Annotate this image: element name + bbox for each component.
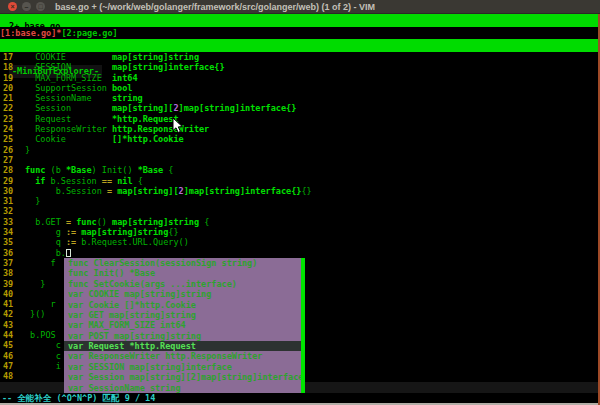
text-cursor <box>66 249 71 257</box>
code-line[interactable]: 33 b.GET = func() map[string]string { <box>0 217 600 227</box>
line-number: 27 <box>0 155 17 165</box>
titlebar: × – □ base.go + (~/work/web/golanger/fra… <box>0 0 600 14</box>
line-number: 26 <box>0 145 17 155</box>
line-number: 37 <box>0 258 17 268</box>
completion-item[interactable]: var SessionName string <box>64 383 301 393</box>
code-line[interactable]: 22 Session map[string][2]map[string]inte… <box>0 103 600 113</box>
code-line[interactable]: 17 COOKIE map[string]string <box>0 52 600 62</box>
line-text: COOKIE map[string]string <box>17 52 199 62</box>
code-line[interactable]: 26} <box>0 145 600 155</box>
code-line[interactable]: 35 q := b.Request.URL.Query() <box>0 237 600 247</box>
line-text: SESSION map[string]interface{} <box>17 62 225 72</box>
line-text: b.GET = func() map[string]string { <box>17 217 209 227</box>
completion-item[interactable]: var Cookie []*http.Cookie <box>64 300 301 310</box>
line-number: 19 <box>0 73 17 83</box>
completion-item[interactable]: var Request *http.Request <box>64 341 301 351</box>
line-number: 17 <box>0 52 17 62</box>
code-line[interactable]: 18 SESSION map[string]interface{} <box>0 62 600 72</box>
buffer-item-base-go[interactable]: [1:base.go]* <box>0 28 61 38</box>
line-text: r <box>17 299 56 309</box>
code-line[interactable]: 29 if b.Session == nil { <box>0 176 600 186</box>
mouse-cursor <box>172 117 184 134</box>
code-line[interactable]: 34 g := map[string]string{} <box>0 227 600 237</box>
line-text: } <box>17 279 45 289</box>
completion-item[interactable]: func Init() *Base <box>64 268 301 278</box>
line-number: 22 <box>0 103 17 113</box>
line-number: 46 <box>0 351 17 361</box>
completion-item[interactable]: func ClearSession(sessionSign string) <box>64 258 301 268</box>
code-line[interactable]: 23 Request *http.Request <box>0 114 600 124</box>
window-title: base.go + (~/work/web/golanger/framework… <box>55 2 375 12</box>
line-number: 25 <box>0 134 17 144</box>
line-number: 43 <box>0 320 17 330</box>
line-number: 40 <box>0 289 17 299</box>
line-number: 35 <box>0 237 17 247</box>
buffer-item-page-go[interactable]: [2:page.go] <box>61 28 117 38</box>
line-number: 31 <box>0 196 17 206</box>
code-line[interactable]: 27 <box>0 155 600 165</box>
line-number: 28 <box>0 165 17 175</box>
line-text <box>17 371 25 381</box>
line-number: 42 <box>0 309 17 319</box>
line-text: if b.Session == nil { <box>17 176 143 186</box>
line-text <box>17 320 25 330</box>
line-number: 24 <box>0 124 17 134</box>
line-text <box>17 206 25 216</box>
buffer-tab-bar: 2+ base.go <box>0 14 600 27</box>
maximize-button[interactable]: □ <box>36 2 45 11</box>
line-number: 41 <box>0 299 17 309</box>
line-text: c <box>17 340 61 350</box>
line-text: } <box>17 145 30 155</box>
code-line[interactable]: 30 b.Session = map[string][2]map[string]… <box>0 186 600 196</box>
completion-item[interactable]: var SESSION map[string]interface <box>64 362 301 372</box>
line-number: 18 <box>0 62 17 72</box>
line-number: 45 <box>0 340 17 350</box>
line-text: g := map[string]string{} <box>17 227 179 237</box>
popup-scrollbar[interactable] <box>301 258 305 393</box>
code-line[interactable]: 31 } <box>0 196 600 206</box>
code-line[interactable]: 25 Cookie []*http.Cookie <box>0 134 600 144</box>
line-text: Session map[string][2]map[string]interfa… <box>17 103 296 113</box>
line-number: 38 <box>0 268 17 278</box>
line-text: } <box>17 196 40 206</box>
line-number: 30 <box>0 186 17 196</box>
completion-item[interactable]: var Session map[string][2]map[string]int… <box>64 372 301 382</box>
completion-item[interactable]: var ResponseWriter http.ResponseWriter <box>64 351 301 361</box>
line-text <box>17 155 25 165</box>
completion-item[interactable]: var POST map[string]string <box>64 331 301 341</box>
code-line[interactable]: 36 b. <box>0 248 600 258</box>
vim-window: × – □ base.go + (~/work/web/golanger/fra… <box>0 0 600 405</box>
code-line[interactable]: 20 SupportSession bool <box>0 83 600 93</box>
completion-item[interactable]: var COOKIE map[string]string <box>64 289 301 299</box>
line-text: SessionName string <box>17 93 143 103</box>
minimize-button[interactable]: – <box>22 2 31 11</box>
minibufexplorer-buffer-list: [1:base.go]*[2:page.go] <box>0 27 600 39</box>
completion-item[interactable]: var GET map[string]string <box>64 310 301 320</box>
line-number: 47 <box>0 361 17 371</box>
completion-item[interactable]: func SetCookie(args ...interface) <box>64 279 301 289</box>
line-text: SupportSession bool <box>17 83 132 93</box>
line-number: 36 <box>0 248 17 258</box>
code-line[interactable]: 32 <box>0 206 600 216</box>
command-line-message: -- 全能补全 (^O^N^P) 匹配 9 / 14 <box>0 393 600 403</box>
close-button[interactable]: × <box>8 2 17 11</box>
completion-popup[interactable]: func ClearSession(sessionSign string)fun… <box>64 258 301 393</box>
code-line[interactable]: 28func (b *Base) Init() *Base { <box>0 165 600 175</box>
line-text: f <box>17 258 56 268</box>
line-text: b.POS <box>17 330 56 340</box>
code-line[interactable]: 19 MAX_FORM_SIZE int64 <box>0 73 600 83</box>
minibufexplorer-statusline: 6 -MiniBufExplorer- [-][none,utf-8,unix]… <box>0 39 600 52</box>
line-number: 33 <box>0 217 17 227</box>
line-number: 34 <box>0 227 17 237</box>
line-text <box>17 268 25 278</box>
line-text: b. <box>17 248 71 258</box>
line-number: 39 <box>0 279 17 289</box>
line-number: 44 <box>0 330 17 340</box>
line-text: Request *http.Request <box>17 114 179 124</box>
code-line[interactable]: 24 ResponseWriter http.ResponseWriter <box>0 124 600 134</box>
code-line[interactable]: 21 SessionName string <box>0 93 600 103</box>
line-number: 29 <box>0 176 17 186</box>
completion-item[interactable]: var MAX_FORM_SIZE int64 <box>64 320 301 330</box>
line-text: MAX_FORM_SIZE int64 <box>17 73 138 83</box>
line-number: 48 <box>0 371 17 381</box>
